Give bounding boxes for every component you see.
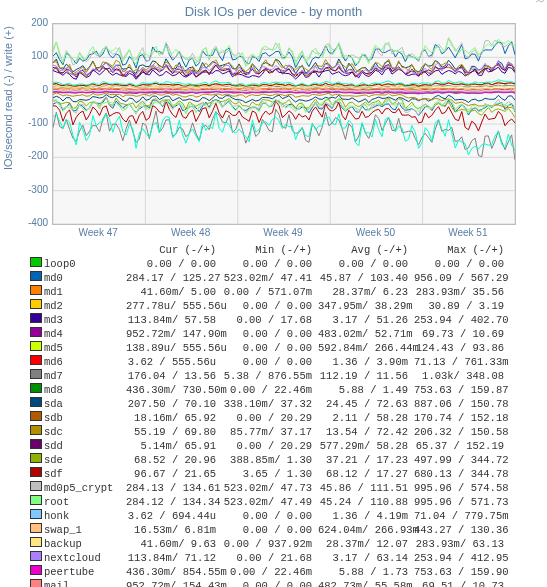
legend-value-max: 30.89 / 3.19 bbox=[414, 300, 510, 313]
legend-row: mail952.72m/ 154.43m0.00 / 0.00482.73m/ … bbox=[30, 579, 547, 587]
legend-value-min: 3.65 / 1.30 bbox=[222, 468, 318, 481]
legend-value-cur: 284.12 / 134.34 bbox=[126, 496, 222, 509]
legend-value-max: 170.74 / 152.18 bbox=[414, 412, 510, 425]
legend-value-cur: 96.67 / 21.65 bbox=[126, 468, 222, 481]
legend-swatch bbox=[30, 425, 42, 435]
legend-value-cur: 952.72m/ 154.43m bbox=[126, 580, 222, 588]
legend-value-cur: 436.30m/ 730.50m bbox=[126, 384, 222, 397]
legend-row: md8436.30m/ 730.50m0.00 / 22.46m5.88 / 1… bbox=[30, 383, 547, 397]
legend-value-max: 887.06 / 150.78 bbox=[414, 398, 510, 411]
legend-value-cur: 952.72m/ 147.90m bbox=[126, 328, 222, 341]
y-tick: 0 bbox=[20, 84, 48, 95]
legend-swatch bbox=[30, 453, 42, 463]
legend-value-min: 0.00 / 0.00 bbox=[222, 356, 318, 369]
y-axis-label: IOs/second read (-) / write (+) bbox=[2, 26, 14, 170]
legend-series-name: md7 bbox=[44, 370, 126, 383]
legend-row: honk3.62 / 694.44u0.00 / 0.001.36 / 4.19… bbox=[30, 509, 547, 523]
legend-swatch bbox=[30, 271, 42, 281]
plot-area bbox=[52, 23, 516, 225]
legend-value-avg: 1.36 / 4.19m bbox=[318, 510, 414, 523]
legend-value-max: 69.51 / 10.73 bbox=[414, 580, 510, 588]
watermark: RRDTOOL / TOBI OETIKER bbox=[534, 0, 545, 4]
legend-value-cur: 18.16m/ 65.92 bbox=[126, 412, 222, 425]
legend-swatch bbox=[30, 439, 42, 449]
legend-series-name: md1 bbox=[44, 286, 126, 299]
legend-swatch bbox=[30, 565, 42, 575]
x-tick: Week 50 bbox=[329, 227, 421, 238]
legend-row: md0284.17 / 125.27523.02m/ 47.4145.87 / … bbox=[30, 271, 547, 285]
legend-value-max: 956.09 / 567.29 bbox=[414, 272, 510, 285]
legend-row: nextcloud113.84m/ 71.120.00 / 21.683.17 … bbox=[30, 551, 547, 565]
legend-value-cur: 68.52 / 20.96 bbox=[126, 454, 222, 467]
legend-swatch bbox=[30, 481, 42, 491]
legend-value-avg: 28.37m/ 12.07 bbox=[318, 538, 414, 551]
legend-value-avg: 347.95m/ 38.29m bbox=[318, 300, 414, 313]
legend-value-min: 0.00 / 0.00 bbox=[222, 258, 318, 271]
legend-value-cur: 55.19 / 69.80 bbox=[126, 426, 222, 439]
legend-header-cell: Cur (-/+) bbox=[126, 244, 222, 257]
legend-row: loop00.00 / 0.000.00 / 0.000.00 / 0.000.… bbox=[30, 257, 547, 271]
legend-header-cell bbox=[44, 244, 126, 257]
legend-value-max: 497.99 / 344.72 bbox=[414, 454, 510, 467]
legend-swatch bbox=[30, 551, 42, 561]
legend-swatch bbox=[30, 537, 42, 547]
legend-value-cur: 284.17 / 125.27 bbox=[126, 272, 222, 285]
legend-value-avg: 28.37m/ 6.23 bbox=[318, 286, 414, 299]
legend-header-cell: Min (-/+) bbox=[222, 244, 318, 257]
legend-value-max: 283.93m/ 35.56 bbox=[414, 286, 510, 299]
legend-swatch bbox=[30, 299, 42, 309]
legend-swatch bbox=[30, 341, 42, 351]
legend-value-avg: 3.17 / 63.14 bbox=[318, 552, 414, 565]
legend-value-avg: 112.19 / 11.56 bbox=[318, 370, 414, 383]
legend-row: sdc55.19 / 69.8085.77m/ 37.1713.54 / 72.… bbox=[30, 425, 547, 439]
legend-value-min: 0.00 / 20.29 bbox=[222, 412, 318, 425]
legend-value-min: 0.00 / 0.00 bbox=[222, 524, 318, 537]
legend-value-cur: 113.84m/ 57.58 bbox=[126, 314, 222, 327]
legend-header-cell: Avg (-/+) bbox=[318, 244, 414, 257]
legend-value-cur: 41.60m/ 5.00 bbox=[126, 286, 222, 299]
legend-swatch bbox=[30, 257, 42, 267]
legend-series-name: loop0 bbox=[44, 258, 126, 271]
legend-value-avg: 1.36 / 3.90m bbox=[318, 356, 414, 369]
legend-series-name: honk bbox=[44, 510, 126, 523]
legend-value-cur: 207.50 / 70.10 bbox=[126, 398, 222, 411]
legend-value-avg: 577.29m/ 58.28 bbox=[318, 440, 414, 453]
y-tick: -400 bbox=[20, 217, 48, 228]
legend-value-max: 680.13 / 344.78 bbox=[414, 468, 510, 481]
legend-row: md5138.89u/ 555.56u0.00 / 0.00592.84m/ 2… bbox=[30, 341, 547, 355]
legend-swatch bbox=[30, 579, 42, 587]
legend-swatch bbox=[30, 523, 42, 533]
y-tick: -100 bbox=[20, 117, 48, 128]
legend-value-min: 523.02m/ 47.73 bbox=[222, 482, 318, 495]
legend-value-cur: 16.53m/ 6.81m bbox=[126, 524, 222, 537]
chart-container: IOs/second read (-) / write (+) RRDTOOL … bbox=[0, 0, 547, 587]
legend-series-name: sdb bbox=[44, 412, 126, 425]
legend-series-name: md6 bbox=[44, 356, 126, 369]
legend-value-cur: 284.13 / 134.61 bbox=[126, 482, 222, 495]
legend-value-cur: 176.04 / 13.56 bbox=[126, 370, 222, 383]
legend-swatch bbox=[30, 411, 42, 421]
legend-value-avg: 3.17 / 51.26 bbox=[318, 314, 414, 327]
legend-swatch bbox=[30, 495, 42, 505]
legend-value-max: 253.94 / 412.95 bbox=[414, 552, 510, 565]
legend-row: sde68.52 / 20.96388.85m/ 1.3037.21 / 17.… bbox=[30, 453, 547, 467]
legend-series-name: md0 bbox=[44, 272, 126, 285]
legend-value-avg: 5.88 / 1.73 bbox=[318, 566, 414, 579]
legend-row: root284.12 / 134.34523.02m/ 47.4945.24 /… bbox=[30, 495, 547, 509]
x-tick: Week 51 bbox=[422, 227, 514, 238]
legend-value-cur: 0.00 / 0.00 bbox=[126, 258, 222, 271]
legend-series-name: sde bbox=[44, 454, 126, 467]
legend-row: peertube436.30m/ 854.55m0.00 / 22.46m5.8… bbox=[30, 565, 547, 579]
legend-series-name: swap_1 bbox=[44, 524, 126, 537]
legend-value-min: 0.00 / 21.68 bbox=[222, 552, 318, 565]
legend-value-max: 69.73 / 10.69 bbox=[414, 328, 510, 341]
legend-value-cur: 5.14m/ 65.91 bbox=[126, 440, 222, 453]
series-line bbox=[53, 88, 515, 90]
legend-value-min: 5.38 / 876.55m bbox=[222, 370, 318, 383]
legend-swatch bbox=[30, 313, 42, 323]
legend-value-max: 0.00 / 0.00 bbox=[414, 258, 510, 271]
legend-series-name: backup bbox=[44, 538, 126, 551]
legend-value-cur: 3.62 / 694.44u bbox=[126, 510, 222, 523]
legend-row: sdb18.16m/ 65.920.00 / 20.292.11 / 58.28… bbox=[30, 411, 547, 425]
legend-value-cur: 277.78u/ 555.56u bbox=[126, 300, 222, 313]
